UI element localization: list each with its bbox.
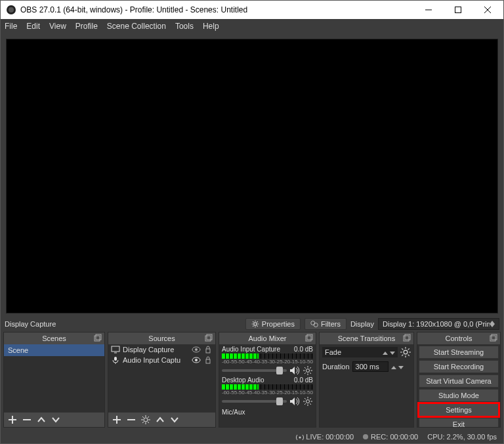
svg-point-22 [144, 418, 148, 422]
status-bar: LIVE: 00:00:00 REC: 00:00:00 CPU: 2.2%, … [1, 430, 503, 443]
monitor-icon [111, 346, 120, 353]
maximize-button[interactable] [443, 1, 472, 19]
source-label: Display Capture [5, 320, 56, 328]
preview-canvas[interactable] [6, 39, 498, 313]
speaker-icon[interactable] [289, 397, 300, 406]
exit-button[interactable]: Exit [419, 418, 499, 427]
title-bar: OBS 27.0.1 (64-bit, windows) - Profile: … [1, 1, 503, 19]
settings-button[interactable]: Settings [419, 403, 499, 416]
menu-file[interactable]: File [5, 22, 17, 31]
stepper-icon [490, 321, 495, 327]
audio-meter [222, 353, 313, 359]
sources-header: Sources [108, 333, 215, 344]
display-dropdown[interactable]: Display 1: 1920x1080 @ 0,0 (Prima [378, 318, 499, 330]
scenes-header: Scenes [4, 333, 104, 344]
menu-tools[interactable]: Tools [175, 22, 194, 31]
svg-rect-28 [405, 334, 410, 340]
mixer-channel: Audio Input Capture0.0 dB -60-55-50-45-4… [222, 346, 313, 375]
eye-icon[interactable] [192, 356, 201, 364]
lock-icon[interactable] [203, 356, 213, 364]
svg-point-32 [299, 437, 301, 439]
filters-button[interactable]: Filters [304, 318, 346, 330]
add-icon[interactable] [112, 415, 121, 424]
lock-icon[interactable] [203, 346, 213, 353]
gear-icon[interactable] [303, 397, 313, 406]
mixer-channel-label: Mic/Aux [222, 409, 313, 416]
transitions-header: Scene Transitions [320, 333, 413, 344]
rec-status: REC: 00:00:00 [363, 433, 418, 441]
popout-icon[interactable] [403, 334, 411, 342]
menu-bar: File Edit View Profile Scene Collection … [1, 19, 503, 33]
sources-toolbar [108, 413, 215, 427]
svg-point-20 [195, 359, 198, 361]
chevron-down-icon[interactable] [170, 415, 179, 424]
svg-point-7 [311, 321, 315, 325]
svg-point-1 [9, 7, 14, 12]
properties-button[interactable]: Properties [245, 318, 301, 330]
speaker-icon[interactable] [289, 366, 300, 375]
svg-rect-23 [306, 336, 311, 341]
source-row[interactable]: Audio Input Captu [108, 355, 215, 365]
svg-point-16 [195, 348, 198, 351]
obs-icon [6, 5, 16, 15]
stepper-icon[interactable] [391, 363, 404, 371]
window-title: OBS 27.0.1 (64-bit, windows) - Profile: … [20, 5, 413, 14]
volume-slider[interactable] [222, 400, 287, 403]
start-streaming-button[interactable]: Start Streaming [419, 346, 499, 359]
eye-icon[interactable] [192, 346, 201, 353]
mic-icon [111, 356, 120, 364]
svg-point-6 [254, 323, 257, 326]
popout-icon[interactable] [490, 334, 497, 342]
chevron-down-icon[interactable] [51, 415, 60, 424]
preview-area [1, 33, 503, 316]
svg-rect-10 [96, 334, 101, 340]
menu-scene-collection[interactable]: Scene Collection [107, 22, 166, 31]
display-label: Display [350, 320, 374, 328]
menu-edit[interactable]: Edit [26, 22, 40, 31]
stepper-icon [383, 348, 395, 356]
scene-item[interactable]: Scene [4, 344, 104, 356]
controls-header: Controls [417, 333, 500, 344]
menu-view[interactable]: View [49, 22, 66, 31]
svg-rect-24 [307, 334, 312, 340]
gear-icon [251, 320, 259, 328]
duration-input[interactable]: 300 ms [352, 361, 388, 372]
start-recording-button[interactable]: Start Recording [419, 360, 499, 373]
source-toolbar: Display Capture Properties Filters Displ… [1, 316, 503, 332]
svg-point-26 [306, 400, 310, 403]
chevron-up-icon[interactable] [156, 415, 165, 424]
remove-icon[interactable] [127, 415, 136, 424]
transitions-dock: Scene Transitions Fade Duration [319, 332, 414, 428]
popout-icon[interactable] [205, 334, 213, 342]
source-row[interactable]: Display Capture [108, 344, 215, 355]
chevron-up-icon[interactable] [37, 415, 46, 424]
minimize-button[interactable] [413, 1, 443, 19]
popout-icon[interactable] [305, 334, 313, 342]
controls-dock: Controls Start StreamingStart RecordingS… [417, 332, 501, 428]
start-virtual-camera-button[interactable]: Start Virtual Camera [419, 374, 499, 388]
filters-icon [310, 320, 318, 328]
volume-slider[interactable] [222, 369, 287, 372]
popout-icon[interactable] [94, 334, 102, 342]
close-button[interactable] [472, 1, 502, 19]
svg-rect-30 [490, 336, 495, 341]
scenes-toolbar [4, 413, 104, 427]
gear-icon[interactable] [400, 347, 411, 357]
add-icon[interactable] [8, 415, 17, 424]
svg-rect-27 [404, 336, 409, 341]
live-status: LIVE: 00:00:00 [296, 433, 354, 441]
svg-rect-17 [206, 349, 210, 353]
svg-point-29 [404, 350, 408, 354]
menu-help[interactable]: Help [203, 22, 219, 31]
gear-icon[interactable] [141, 415, 150, 424]
svg-rect-18 [114, 357, 117, 361]
scenes-dock: Scenes Scene [3, 332, 105, 428]
svg-rect-11 [205, 336, 211, 341]
transition-dropdown[interactable]: Fade [322, 347, 398, 357]
studio-mode-button[interactable]: Studio Mode [419, 389, 499, 402]
remove-icon[interactable] [22, 415, 32, 424]
svg-point-25 [306, 369, 310, 373]
gear-icon[interactable] [303, 366, 313, 375]
svg-rect-9 [94, 336, 100, 341]
menu-profile[interactable]: Profile [75, 22, 98, 31]
